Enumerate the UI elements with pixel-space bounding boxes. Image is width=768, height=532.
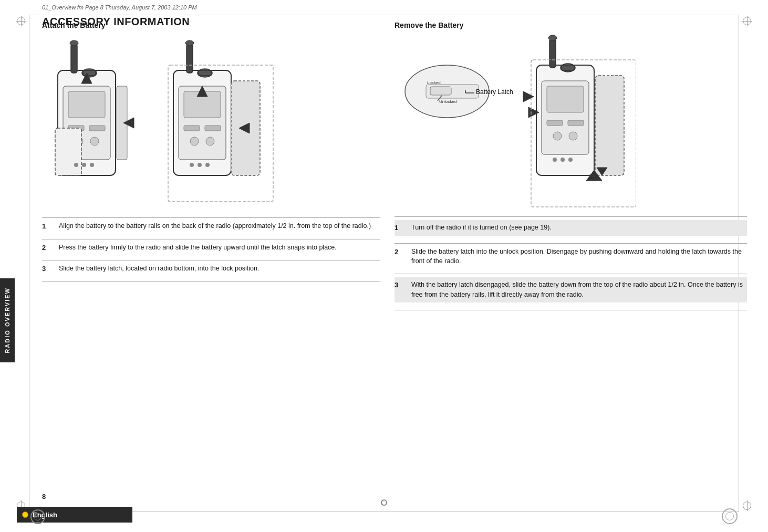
svg-rect-6 bbox=[68, 91, 105, 118]
attach-battery-illustration bbox=[42, 34, 380, 212]
remove-battery-illustration: Locked Unlocked Battery Latch bbox=[395, 34, 747, 212]
svg-point-55 bbox=[569, 132, 577, 140]
svg-point-58 bbox=[568, 158, 573, 162]
step-divider-1 bbox=[42, 217, 380, 218]
attach-step-2: 2 Press the battery firmly to the radio … bbox=[42, 243, 380, 253]
step-1-num: 1 bbox=[42, 221, 53, 232]
svg-marker-63 bbox=[523, 91, 534, 102]
svg-point-10 bbox=[90, 137, 99, 145]
top-border bbox=[29, 15, 739, 15]
svg-point-33 bbox=[74, 163, 78, 167]
remove-step-1-num: 1 bbox=[395, 223, 405, 233]
step-divider-3 bbox=[42, 260, 380, 260]
page-meta: 01_Overview.fm Page 8 Thursday, August 7… bbox=[42, 4, 197, 11]
remove-step-3-text: With the battery latch disengaged, slide… bbox=[411, 280, 744, 300]
step-2-text: Press the battery firmly to the radio an… bbox=[59, 243, 380, 253]
svg-point-29 bbox=[205, 163, 210, 167]
svg-point-27 bbox=[190, 163, 194, 167]
svg-rect-59 bbox=[595, 76, 624, 175]
svg-rect-51 bbox=[547, 86, 584, 112]
step-3-num: 3 bbox=[42, 264, 53, 274]
main-content: ACCESSORY INFORMATION Attach the Battery bbox=[42, 16, 747, 500]
svg-rect-16 bbox=[186, 44, 193, 73]
svg-point-54 bbox=[553, 132, 562, 140]
svg-rect-22 bbox=[184, 126, 200, 131]
svg-rect-46 bbox=[549, 39, 556, 68]
svg-point-47 bbox=[548, 35, 557, 40]
svg-point-17 bbox=[185, 40, 194, 46]
remove-step-3: 3 With the battery latch disengaged, sli… bbox=[395, 277, 747, 302]
svg-text:Unlocked: Unlocked bbox=[439, 99, 456, 104]
remove-battery-section: Remove the Battery Locked Unlocked Batte… bbox=[395, 16, 747, 314]
step-3-text: Slide the battery latch, located on radi… bbox=[59, 264, 380, 274]
side-tab-label: RADIO OVERVIEW bbox=[4, 287, 11, 353]
deco-circle-right bbox=[722, 508, 738, 524]
step-divider-2 bbox=[42, 239, 380, 239]
svg-point-28 bbox=[198, 163, 202, 167]
svg-point-35 bbox=[90, 163, 94, 167]
svg-rect-1 bbox=[71, 44, 77, 73]
remove-step-3-num: 3 bbox=[395, 280, 405, 300]
remove-divider-3 bbox=[395, 310, 747, 310]
attach-battery-header: Attach the Battery bbox=[42, 21, 380, 29]
svg-rect-52 bbox=[547, 120, 563, 126]
remove-battery-steps: 1 Turn off the radio if it is turned on … bbox=[395, 216, 747, 310]
remove-step-2: 2 Slide the battery latch into the unloc… bbox=[395, 247, 747, 267]
bottom-border bbox=[29, 512, 739, 512]
remove-battery-svg: Locked Unlocked Battery Latch bbox=[395, 34, 636, 212]
deco-circle-right-inner bbox=[725, 512, 734, 520]
deco-circle-left bbox=[30, 509, 45, 524]
remove-step-2-num: 2 bbox=[395, 247, 405, 267]
svg-point-24 bbox=[190, 137, 199, 145]
remove-divider-0 bbox=[395, 216, 747, 217]
svg-rect-8 bbox=[89, 126, 105, 131]
deco-circle-left-inner bbox=[34, 513, 41, 520]
svg-rect-4 bbox=[83, 70, 96, 76]
attach-step-3: 3 Slide the battery latch, located on ra… bbox=[42, 264, 380, 274]
svg-rect-23 bbox=[205, 126, 221, 131]
remove-step-1-text: Turn off the radio if it is turned on (s… bbox=[411, 223, 744, 233]
side-tab: RADIO OVERVIEW bbox=[0, 278, 15, 362]
svg-rect-19 bbox=[199, 70, 211, 76]
left-border bbox=[29, 15, 29, 512]
svg-text:Locked: Locked bbox=[427, 80, 441, 85]
svg-rect-49 bbox=[562, 65, 574, 70]
step-divider-4 bbox=[42, 281, 380, 282]
svg-point-2 bbox=[70, 40, 78, 46]
remove-divider-1 bbox=[395, 243, 747, 244]
remove-step-1: 1 Turn off the radio if it is turned on … bbox=[395, 220, 747, 236]
svg-rect-53 bbox=[568, 120, 584, 126]
svg-rect-38 bbox=[430, 87, 451, 95]
step-1-text: Align the battery to the battery rails o… bbox=[59, 221, 380, 232]
remove-divider-2 bbox=[395, 274, 747, 274]
step-2-num: 2 bbox=[42, 243, 53, 253]
svg-point-25 bbox=[206, 137, 214, 145]
svg-point-57 bbox=[561, 158, 565, 162]
remove-battery-header: Remove the Battery bbox=[395, 21, 747, 29]
attach-battery-section: Attach the Battery bbox=[42, 16, 380, 285]
svg-rect-11 bbox=[55, 128, 81, 175]
svg-point-34 bbox=[82, 163, 86, 167]
remove-step-2-text: Slide the battery latch into the unlock … bbox=[411, 247, 747, 267]
attach-battery-svg bbox=[42, 34, 284, 212]
attach-step-1: 1 Align the battery to the battery rails… bbox=[42, 221, 380, 232]
svg-point-56 bbox=[553, 158, 557, 162]
attach-battery-steps: 1 Align the battery to the battery rails… bbox=[42, 217, 380, 282]
language-dot bbox=[22, 512, 28, 518]
svg-text:Battery Latch: Battery Latch bbox=[476, 88, 513, 96]
